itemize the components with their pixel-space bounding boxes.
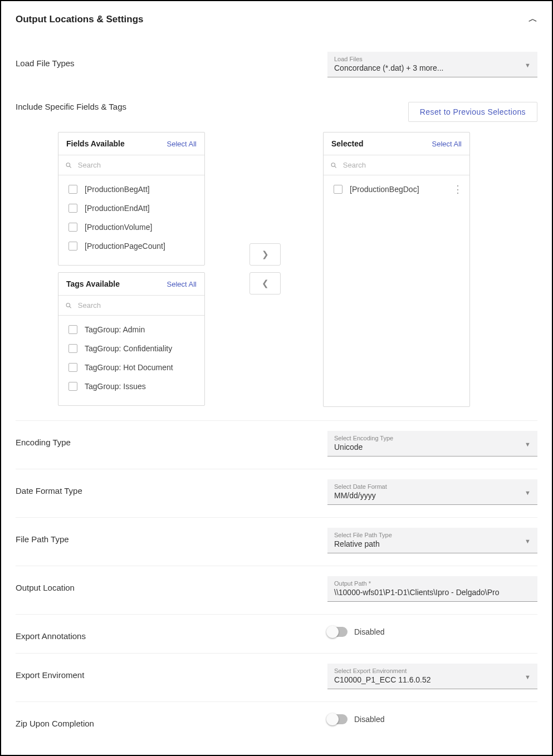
tag-label: TagGroup: Issues [85,382,146,391]
export-environment-value: C10000_P1_ECC 11.6.0.52 [334,675,531,684]
list-item[interactable]: [ProductionBegDoc] ⋮ [324,180,469,199]
tag-checkbox[interactable] [68,363,77,372]
chevron-down-icon: ▼ [525,674,531,680]
search-icon [65,302,72,310]
fields-available-panel: Fields Available Select All [ProductionB… [58,132,205,266]
zip-state: Disabled [354,715,384,724]
chevron-down-icon: ▼ [525,489,531,496]
kebab-icon[interactable]: ⋮ [453,184,462,194]
field-checkbox[interactable] [68,242,77,251]
reset-selections-button[interactable]: Reset to Previous Selections [408,102,537,122]
move-buttons: ❯ ❮ [249,132,281,294]
encoding-select[interactable]: Select Encoding Type Unicode ▼ [327,431,537,456]
load-files-value: Concordance (*.dat) + 3 more... [334,63,531,72]
selected-search[interactable] [324,155,469,175]
move-left-button[interactable]: ❮ [249,272,281,294]
field-checkbox[interactable] [68,185,77,194]
svg-line-5 [335,166,336,168]
field-picker: Fields Available Select All [ProductionB… [58,132,537,407]
tags-search-input[interactable] [77,301,198,310]
export-environment-row: Export Enviroment Select Export Environm… [16,654,537,696]
section-title: Output Locations & Settings [16,14,144,25]
field-checkbox[interactable] [68,204,77,213]
fields-select-all-button[interactable]: Select All [167,140,197,148]
svg-point-0 [66,163,70,166]
export-environment-select[interactable]: Select Export Environment C10000_P1_ECC … [327,664,537,689]
tag-checkbox[interactable] [68,325,77,334]
list-item[interactable]: [ProductionVolume] [58,218,204,237]
annotations-state: Disabled [354,627,384,636]
svg-line-3 [70,306,71,308]
zip-toggle[interactable] [327,714,348,724]
load-files-floating-label: Load Files [334,56,531,62]
tags-available-list[interactable]: TagGroup: Admin TagGroup: Confidentialit… [58,316,204,398]
load-file-types-row: Load File Types Load Files Concordance (… [16,45,537,84]
export-annotations-label: Export Annotations [16,625,327,641]
tag-label: TagGroup: Hot Document [85,363,173,372]
collapse-icon[interactable]: ︿ [528,13,537,25]
include-fields-header: Include Specific Fields & Tags Reset to … [16,102,537,122]
field-label: [ProductionVolume] [85,223,152,232]
list-item[interactable]: TagGroup: Confidentiality [58,339,204,358]
load-file-types-label: Load File Types [16,52,327,68]
fields-available-list[interactable]: [ProductionBegAtt] [ProductionEndAtt] [P… [58,175,204,258]
selected-select-all-button[interactable]: Select All [432,140,462,148]
annotations-toggle[interactable] [327,627,348,637]
selected-title: Selected [331,139,364,148]
tags-select-all-button[interactable]: Select All [167,280,197,288]
include-fields-label: Include Specific Fields & Tags [16,102,126,111]
encoding-row: Encoding Type Select Encoding Type Unico… [16,421,537,463]
file-path-value: Relative path [334,539,531,548]
field-label: [ProductionPageCount] [85,242,165,251]
export-environment-label: Export Enviroment [16,664,327,680]
list-item[interactable]: [ProductionEndAtt] [58,199,204,218]
encoding-label: Encoding Type [16,431,327,447]
list-item[interactable]: TagGroup: Issues [58,377,204,396]
search-icon [330,161,337,169]
tag-label: TagGroup: Admin [85,325,145,334]
export-environment-floating-label: Select Export Environment [334,667,531,674]
load-files-select[interactable]: Load Files Concordance (*.dat) + 3 more.… [327,52,537,77]
move-right-button[interactable]: ❯ [249,243,281,266]
tags-available-title: Tags Available [66,279,120,288]
chevron-down-icon: ▼ [525,441,531,448]
field-label: [ProductionEndAtt] [85,204,150,213]
list-item[interactable]: [ProductionBegAtt] [58,180,204,199]
tag-checkbox[interactable] [68,344,77,353]
chevron-down-icon: ▼ [525,538,531,544]
output-location-row: Output Location Output Path * \\10000-wf… [16,566,537,608]
fields-search-input[interactable] [77,160,198,170]
zip-label: Zip Upon Completion [16,712,327,728]
list-item[interactable]: TagGroup: Hot Document [58,358,204,377]
output-path-value: \\10000-wfs01\P1-D1\Clients\Ipro - Delga… [334,588,531,597]
date-format-row: Date Format Type Select Date Format MM/d… [16,469,537,512]
date-format-value: MM/dd/yyyy [334,491,531,500]
selected-panel: Selected Select All [ProductionBegDoc] ⋮ [323,132,470,407]
field-checkbox[interactable] [68,223,77,232]
output-path-input[interactable]: Output Path * \\10000-wfs01\P1-D1\Client… [327,576,537,602]
selected-search-input[interactable] [342,160,463,170]
tag-label: TagGroup: Confidentiality [85,344,172,353]
date-format-select[interactable]: Select Date Format MM/dd/yyyy ▼ [327,479,537,505]
output-settings-panel: Output Locations & Settings ︿ Load File … [0,0,553,756]
file-path-floating-label: Select File Path Type [334,532,531,538]
file-path-label: File Path Type [16,528,327,544]
selected-label: [ProductionBegDoc] [350,185,419,194]
tag-checkbox[interactable] [68,382,77,391]
encoding-floating-label: Select Encoding Type [334,435,531,441]
file-path-select[interactable]: Select File Path Type Relative path ▼ [327,528,537,553]
svg-point-2 [66,303,70,306]
output-location-label: Output Location [16,576,327,592]
fields-search[interactable] [58,155,204,175]
fields-available-title: Fields Available [66,139,125,148]
field-label: [ProductionBegAtt] [85,185,150,194]
selected-list[interactable]: [ProductionBegDoc] ⋮ [324,175,469,399]
encoding-value: Unicode [334,443,531,451]
zip-row: Zip Upon Completion Disabled [16,702,537,735]
section-header: Output Locations & Settings ︿ [16,13,537,25]
list-item[interactable]: [ProductionPageCount] [58,237,204,256]
tags-search[interactable] [58,296,204,316]
search-icon [65,161,72,169]
list-item[interactable]: TagGroup: Admin [58,320,204,339]
selected-checkbox[interactable] [334,185,342,194]
